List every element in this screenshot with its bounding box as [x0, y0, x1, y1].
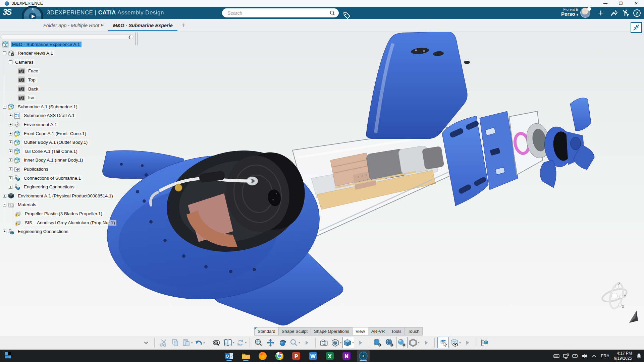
- tree-expand-icon[interactable]: +: [3, 230, 6, 233]
- search-icon[interactable]: [329, 10, 335, 16]
- document-tab-1[interactable]: M&O - Submarine Experie: [108, 20, 177, 31]
- capture-button[interactable]: [318, 337, 330, 348]
- environment-settings-button[interactable]: [384, 337, 395, 348]
- tree-item-label[interactable]: Inner Body A.1 (Inner Body.1): [22, 157, 85, 163]
- tree-item-label[interactable]: Face: [27, 68, 40, 74]
- tree-item-label[interactable]: Render views A.1: [16, 50, 54, 56]
- tree-hscrollbar[interactable]: ❮: [1, 34, 133, 39]
- maximize-button[interactable]: ❐: [613, 0, 629, 7]
- collaboration-icon[interactable]: [621, 7, 631, 19]
- tree-collapse-icon[interactable]: −: [3, 105, 6, 109]
- section-tab-tools[interactable]: Tools: [388, 327, 404, 336]
- start-button[interactable]: [4, 352, 12, 360]
- paste-button[interactable]: ▾: [181, 337, 193, 348]
- pan-button[interactable]: [265, 337, 276, 348]
- more-view-button[interactable]: [301, 337, 313, 348]
- dropdown-caret-icon[interactable]: ▾: [245, 341, 247, 344]
- taskbar-app-onenote[interactable]: N: [340, 350, 353, 362]
- share-button[interactable]: [609, 7, 619, 19]
- tree-expand-icon[interactable]: +: [9, 149, 12, 153]
- tree-row[interactable]: Iso: [0, 94, 36, 102]
- tree-row[interactable]: +Environment A.1 (Physical Product000885…: [0, 191, 114, 200]
- tree-expand-icon[interactable]: +: [9, 158, 12, 162]
- dropdown-caret-icon[interactable]: ▾: [459, 341, 461, 344]
- section-tab-standard[interactable]: Standard: [254, 327, 278, 336]
- more-visibility-button[interactable]: [462, 337, 473, 348]
- dropdown-caret-icon[interactable]: ▾: [418, 341, 420, 344]
- more-render-button[interactable]: [355, 337, 366, 348]
- copy-button[interactable]: [169, 337, 181, 348]
- dropdown-caret-icon[interactable]: ▾: [191, 341, 193, 344]
- dropdown-caret-icon[interactable]: ▾: [340, 341, 342, 344]
- volume-icon[interactable]: [581, 352, 588, 360]
- network-icon[interactable]: [562, 352, 570, 360]
- tree-row[interactable]: −Cameras: [0, 58, 35, 66]
- tree-item-label[interactable]: Connections of Submarine.1: [22, 175, 82, 181]
- chevron-up-icon[interactable]: [590, 352, 598, 360]
- tree-item-label[interactable]: M&O - Submarine Experience A.1: [11, 42, 82, 47]
- tree-item-label[interactable]: Environment A.1 (Physical Product0008851…: [16, 193, 114, 199]
- dropdown-caret-icon[interactable]: ▾: [299, 341, 300, 344]
- tree-row[interactable]: M&O - Submarine Experience A.1: [0, 40, 82, 49]
- search-bar[interactable]: [222, 8, 339, 17]
- section-tab-view[interactable]: View: [352, 327, 368, 336]
- taskbar-app-firefox[interactable]: [256, 350, 269, 362]
- tree-expand-icon[interactable]: +: [9, 185, 12, 189]
- new-tab-button[interactable]: +: [177, 21, 190, 29]
- close-button[interactable]: ✕: [629, 0, 644, 7]
- update-button[interactable]: ▾: [235, 337, 247, 348]
- battery-icon[interactable]: [572, 352, 579, 360]
- clock[interactable]: 4:17 PM 9/19/2025: [613, 351, 633, 361]
- toolbar-overflow-button[interactable]: [140, 337, 152, 348]
- document-tab-0[interactable]: Folder app - Multiple Root F: [39, 20, 108, 31]
- dropdown-caret-icon[interactable]: ▾: [352, 341, 354, 344]
- tree-row[interactable]: +Front Cone A.1 (Front_Cone.1): [0, 129, 88, 138]
- taskbar-app-chrome[interactable]: [273, 350, 286, 362]
- tree-row[interactable]: −Render views A.1: [0, 49, 54, 58]
- section-tab-shape-operations[interactable]: Shape Operations: [311, 327, 352, 336]
- tree-row[interactable]: ?SIS _ Anodised Grey Aluminium (Prop Nut…: [0, 218, 116, 227]
- tree-item-label[interactable]: Iso: [27, 95, 36, 101]
- tree-item-label[interactable]: Environment A.1: [22, 122, 58, 127]
- tree-row[interactable]: +Engineering Connections: [0, 227, 70, 236]
- tree-item-label[interactable]: Publications: [22, 166, 50, 172]
- scroll-left-icon[interactable]: ❮: [128, 35, 131, 39]
- catalog-button[interactable]: ▾: [223, 337, 235, 348]
- tree-expand-icon[interactable]: +: [9, 123, 12, 126]
- taskbar-app-outlook[interactable]: O: [223, 350, 235, 362]
- zoom-button[interactable]: ▾: [289, 337, 301, 348]
- help-button[interactable]: ?: [632, 7, 642, 19]
- tree-row[interactable]: +Inner Body A.1 (Inner Body.1): [0, 156, 85, 165]
- tree-item-label[interactable]: Submarine A.1 (Submarine.1): [16, 104, 79, 110]
- cut-button[interactable]: [157, 337, 169, 348]
- tree-row[interactable]: +Connections of Submarine.1: [0, 174, 82, 182]
- select-mode-button[interactable]: [437, 337, 449, 348]
- tree-item-label[interactable]: Submarine ASS Draft A.1: [22, 113, 76, 118]
- tree-collapse-icon[interactable]: −: [3, 203, 6, 206]
- tree-item-label[interactable]: Materials: [16, 202, 38, 207]
- fit-all-button[interactable]: [253, 337, 264, 348]
- panel-splitter[interactable]: [136, 33, 136, 45]
- tree-expand-icon[interactable]: +: [9, 140, 12, 144]
- section-button[interactable]: ▾: [408, 337, 420, 348]
- language-indicator[interactable]: FRA: [600, 354, 611, 358]
- tree-expand-icon[interactable]: +: [9, 176, 12, 180]
- dropdown-caret-icon[interactable]: ▾: [233, 341, 234, 344]
- tree-row[interactable]: −Materials: [0, 200, 38, 209]
- database-settings-button[interactable]: [372, 337, 383, 348]
- add-button[interactable]: +: [595, 7, 606, 19]
- search-commands-button[interactable]: [211, 337, 222, 348]
- tree-row[interactable]: +Tail Cone A.1 (Tail Cone.1): [0, 147, 79, 156]
- tree-row[interactable]: Face: [0, 67, 40, 75]
- tree-item-label[interactable]: Front Cone A.1 (Front_Cone.1): [22, 131, 88, 136]
- tree-row[interactable]: ?Propeller Plastic (3 Blades Propeller.1…: [0, 209, 104, 218]
- search-input[interactable]: [227, 10, 329, 16]
- tree-collapse-icon[interactable]: −: [3, 51, 6, 55]
- tree-item-label[interactable]: Back: [27, 86, 40, 92]
- hide-show-button[interactable]: ▾: [449, 337, 461, 348]
- user-menu[interactable]: Florent E Perso ▾: [561, 7, 578, 17]
- tree-row[interactable]: −Submarine A.1 (Submarine.1): [0, 102, 79, 111]
- tree-row[interactable]: Top: [0, 75, 37, 84]
- tree-item-label[interactable]: Cameras: [14, 59, 35, 65]
- tree-item-label[interactable]: Top: [27, 77, 37, 83]
